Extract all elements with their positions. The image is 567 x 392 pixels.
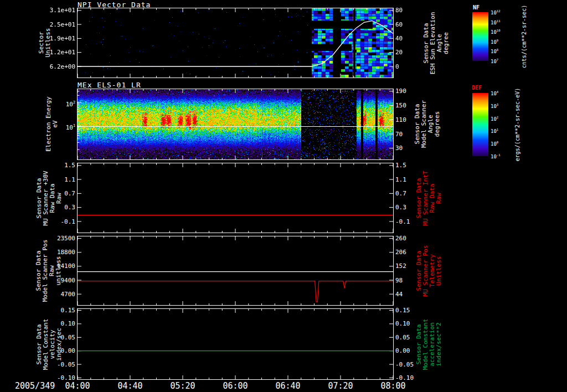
axis-ticks-layer: [78, 309, 393, 379]
plot-area-model-constant: [77, 308, 394, 380]
y-axis-label-right: Sensor Data Model Constant acceleration …: [416, 306, 442, 383]
series-mu-scanner-pos: [78, 281, 393, 302]
panel-title-els: MEx ELS-01 LR: [78, 81, 141, 89]
x-tick-label: 05:20: [170, 381, 195, 391]
y-tick-label-right: 98: [395, 277, 430, 284]
y-tick-label-right: 260: [395, 235, 430, 242]
y-tick-label-left: 102: [47, 99, 75, 108]
y-tick-label-left: 3.1e+01: [47, 7, 75, 14]
y-tick-label-left: 4700: [47, 291, 75, 298]
y-tick-label-left: 1.2e+01: [47, 49, 75, 56]
y-tick-label-left: 0.7: [47, 190, 75, 197]
y-tick-label-right: 70: [395, 131, 430, 138]
x-axis-date-label: 2005/349: [15, 381, 55, 391]
colorbar-def-unit-label: ergs/(cm**2-sr-sec-eV): [514, 80, 521, 169]
y-tick-label-left: 101: [47, 122, 75, 131]
y-tick-label-right: 30: [395, 145, 430, 152]
colorbar-tick-label: 1012: [491, 9, 501, 16]
plot-area-scanner-pos: [77, 236, 394, 306]
y-tick-label-left: 1.1: [47, 176, 75, 183]
y-tick-label-left: 0.00: [47, 347, 75, 354]
y-tick-label-right: 110: [395, 116, 430, 123]
y-tick-label-right: 206: [395, 249, 430, 256]
plot-area-npi-spectrogram: [77, 8, 394, 78]
colorbar-nf-unit-label: cnts/(cm**2-sr-sec): [521, 0, 528, 78]
x-tick-label: 04:40: [117, 381, 142, 391]
plot-area-mu-scanner-30v: [77, 163, 394, 233]
x-tick-label: 06:00: [223, 381, 248, 391]
y-tick-label-right: 190: [395, 87, 430, 95]
plot-area-els-spectrogram: [77, 89, 394, 160]
y-tick-label-left: 1.9e+01: [47, 35, 75, 42]
colorbar-tick-label: 107: [491, 58, 498, 64]
y-axis-label-right: Sensor Data MU Scanner IntT Raw Data Raw: [416, 159, 442, 237]
y-tick-label-left: 0.15: [47, 307, 75, 314]
colorbar-tick-label: 109: [491, 39, 498, 45]
y-tick-label-right: 0.15: [395, 307, 430, 314]
y-tick-label-right: 0.10: [395, 320, 430, 327]
y-axis-label-right: Sensor Data ESH Sun Elevation Angle degr…: [423, 4, 450, 82]
y-tick-label-right: 0: [395, 63, 430, 70]
y-tick-label-right: 44: [395, 291, 430, 298]
colorbar-tick-label: 1011: [491, 19, 501, 25]
colorbar-tick-label: 104: [491, 90, 498, 96]
colorbar-tick-label: 1010: [491, 29, 501, 35]
x-tick-label: 07:20: [328, 381, 353, 391]
y-tick-label-left: 9400: [47, 277, 75, 284]
y-tick-label-left: 1.5: [47, 162, 75, 169]
y-tick-label-right: 0.05: [395, 334, 430, 341]
axis-ticks-layer: [78, 163, 393, 233]
y-tick-label-right: -0.05: [395, 361, 430, 368]
y-tick-label-right: 150: [395, 102, 430, 109]
x-tick-label: 08:00: [380, 381, 405, 391]
y-tick-label-right: -0.1: [395, 218, 430, 225]
y-axis-label-right: Sensor Data MU Scanner Pos Telemetry Uni…: [416, 232, 442, 310]
science-plot-window: NPI Vector Data MEx ELS-01 LR Sector Uni…: [0, 0, 567, 392]
y-tick-label-right: 1.1: [395, 176, 430, 183]
y-tick-label-left: 2.5e+01: [47, 21, 75, 28]
x-tick-label: 04:00: [65, 381, 90, 391]
colorbar-nf-title: NF: [473, 4, 480, 11]
y-tick-label-left: 18800: [47, 249, 75, 256]
y-tick-label-right: 1.5: [395, 162, 430, 169]
colorbar-tick-label: 103: [491, 103, 498, 109]
colorbar-def: [472, 93, 488, 156]
colorbar-tick-label: 108: [491, 48, 498, 54]
y-tick-label-right: 20: [395, 49, 430, 56]
y-tick-label-left: -0.1: [47, 218, 75, 225]
colorbar-tick-label: 101: [491, 128, 498, 134]
y-tick-label-right: 0.00: [395, 347, 430, 354]
y-tick-label-left: 6.2e+00: [47, 63, 75, 70]
axis-ticks-layer: [78, 89, 393, 159]
y-tick-label-left: 14100: [47, 262, 75, 270]
y-tick-label-left: -0.05: [47, 361, 75, 368]
y-tick-label-right: 80: [395, 7, 430, 14]
y-tick-label-right: 40: [395, 35, 430, 42]
y-tick-label-right: 60: [395, 21, 430, 28]
y-tick-label-left: 0.3: [47, 204, 75, 211]
colorbar-nf: [472, 12, 488, 61]
y-tick-label-left: 23500: [47, 235, 75, 242]
colorbar-def-title: DEF: [472, 85, 482, 91]
colorbar-tick-label: 102: [491, 116, 498, 122]
axis-ticks-layer: [78, 8, 393, 78]
y-tick-label-left: 0.10: [47, 320, 75, 327]
y-tick-label-right: 0.7: [395, 190, 430, 197]
y-tick-label-right: 0.3: [395, 204, 430, 211]
x-tick-label: 06:40: [275, 381, 300, 391]
colorbar-tick-label: 10-1: [491, 153, 501, 159]
y-tick-label-left: 0.05: [47, 334, 75, 341]
colorbar-tick-label: 100: [491, 141, 498, 147]
y-tick-label-right: 152: [395, 262, 430, 270]
axis-ticks-layer: [78, 236, 393, 305]
